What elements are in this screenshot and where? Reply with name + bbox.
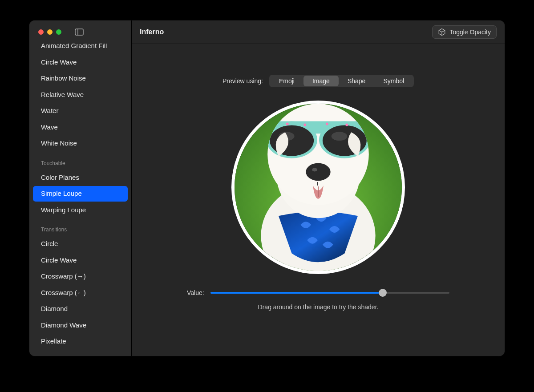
cube-icon <box>438 28 446 36</box>
preview-image[interactable] <box>231 101 405 274</box>
slider-thumb[interactable] <box>379 289 387 297</box>
sidebar-icon <box>75 28 84 36</box>
sidebar-item[interactable]: Water <box>33 103 128 119</box>
value-slider-label: Value: <box>187 289 204 296</box>
sidebar-item[interactable]: Simple Loupe <box>33 186 128 202</box>
sidebar-item[interactable]: Diamond Wave <box>33 318 128 333</box>
sidebar-item[interactable]: Circle Wave <box>33 253 128 268</box>
svg-point-13 <box>332 132 348 141</box>
toggle-sidebar-button[interactable] <box>73 27 85 37</box>
sidebar-item[interactable]: Diamond <box>33 301 128 317</box>
main-panel: Inferno Toggle Opacity Preview using: Em… <box>132 20 505 356</box>
value-slider[interactable] <box>210 288 449 297</box>
sidebar-heading: Transitions <box>33 224 128 235</box>
sidebar-heading: Touchable <box>33 158 128 169</box>
slider-fill <box>210 292 383 294</box>
svg-point-21 <box>312 168 317 171</box>
sidebar-item[interactable]: Warping Loupe <box>33 202 128 218</box>
sidebar-item[interactable]: White Noise <box>33 136 128 151</box>
close-icon[interactable] <box>38 29 44 35</box>
sidebar-item[interactable]: Wave <box>33 120 128 135</box>
sidebar-item[interactable]: Circle <box>33 236 128 252</box>
sidebar-item[interactable]: Color Planes <box>33 170 128 186</box>
sidebar: Animated Gradient FillCircle WaveRainbow… <box>29 20 132 356</box>
preview-mode-option[interactable]: Image <box>303 76 339 86</box>
sidebar-item[interactable]: Relative Wave <box>33 87 128 103</box>
sidebar-item[interactable]: Crosswarp (→) <box>33 269 128 284</box>
preview-mode-option[interactable]: Symbol <box>374 76 413 86</box>
preview-mode-segmented[interactable]: EmojiImageShapeSymbol <box>269 75 414 87</box>
svg-point-11 <box>323 125 367 156</box>
content-area: Preview using: EmojiImageShapeSymbol <box>132 44 505 356</box>
instruction-text: Drag around on the image to try the shad… <box>258 303 379 311</box>
sidebar-item[interactable]: Circle Wave <box>33 55 128 70</box>
toggle-opacity-label: Toggle Opacity <box>449 28 491 36</box>
value-slider-row: Value: <box>187 288 449 297</box>
preview-mode-option[interactable]: Shape <box>339 76 374 86</box>
svg-point-15 <box>286 123 289 125</box>
preview-mode-option[interactable]: Emoji <box>270 76 303 86</box>
sidebar-item[interactable]: Crosswarp (←) <box>33 285 128 301</box>
preview-mode-row: Preview using: EmojiImageShapeSymbol <box>222 75 414 87</box>
titlebar-left <box>29 20 131 44</box>
svg-point-16 <box>303 124 306 126</box>
toggle-opacity-button[interactable]: Toggle Opacity <box>432 25 497 39</box>
dog-illustration <box>235 104 402 271</box>
svg-point-18 <box>345 124 348 126</box>
preview-area[interactable] <box>231 101 405 274</box>
page-title: Inferno <box>140 28 164 36</box>
sidebar-item[interactable]: Pixellate <box>33 334 128 349</box>
sidebar-list[interactable]: Animated Gradient FillCircle WaveRainbow… <box>29 44 131 356</box>
svg-rect-0 <box>75 29 83 35</box>
window-controls <box>38 29 61 35</box>
preview-mode-label: Preview using: <box>222 77 263 85</box>
fullscreen-icon[interactable] <box>56 29 61 35</box>
sidebar-item[interactable]: Animated Gradient Fill <box>33 44 128 54</box>
svg-point-20 <box>306 163 330 181</box>
minimize-icon[interactable] <box>47 29 53 35</box>
svg-point-10 <box>270 125 314 156</box>
titlebar-right: Inferno Toggle Opacity <box>132 20 505 44</box>
svg-point-17 <box>326 123 328 125</box>
sidebar-item[interactable]: Rainbow Noise <box>33 71 128 86</box>
app-window: Animated Gradient FillCircle WaveRainbow… <box>29 20 505 356</box>
